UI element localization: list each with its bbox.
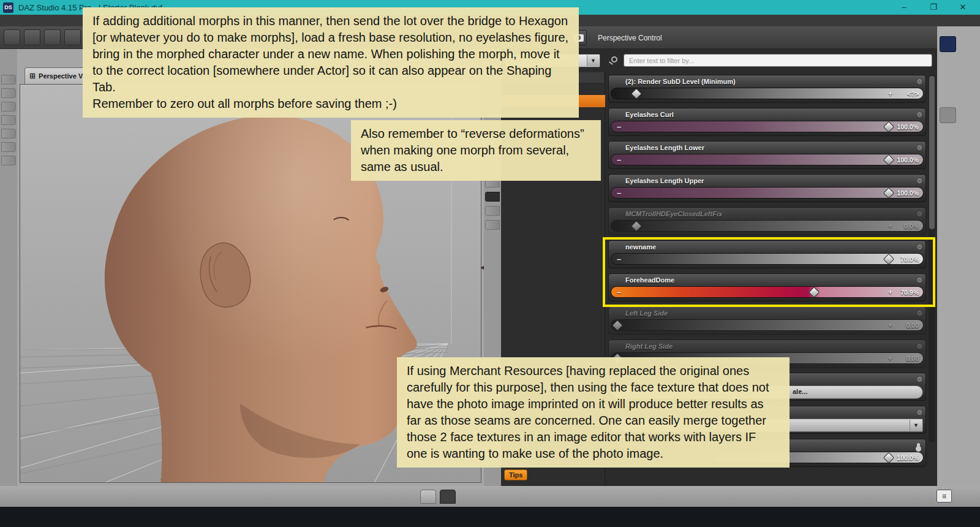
left-pane-tab[interactable]: [1, 75, 16, 85]
slider-track[interactable]: – + 0.0%: [611, 220, 924, 232]
slider-value: 100.0%: [897, 188, 919, 199]
slider-handle[interactable]: [883, 187, 894, 198]
grid-view-icon: ⊞: [29, 72, 36, 80]
slider-value: 0.00: [907, 320, 919, 332]
slider-minus[interactable]: –: [617, 188, 621, 199]
slider-handle[interactable]: [883, 121, 894, 132]
slider-value: 70.0%: [900, 254, 919, 265]
aim-target-icon[interactable]: [940, 128, 956, 144]
parameter-slider-row: (2): Render SubD Level (Minimum) ⚙ – + <…: [608, 75, 926, 103]
tool-gear-icon[interactable]: [940, 149, 956, 165]
chevron-down-icon[interactable]: ▼: [910, 420, 922, 431]
slider-value: 100.0%: [897, 121, 919, 133]
slider-plus[interactable]: +: [888, 320, 892, 331]
gear-icon[interactable]: ⚙: [916, 309, 922, 317]
slider-handle[interactable]: [612, 319, 623, 330]
world-globe-icon[interactable]: [940, 232, 956, 248]
slider-track[interactable]: – + 0.00: [611, 319, 924, 331]
slider-label: (2): Render SubD Level (Minimum): [625, 78, 916, 85]
history-icon[interactable]: [940, 274, 956, 290]
left-pane-tab[interactable]: [1, 129, 16, 138]
pane-options-icon[interactable]: ≡: [937, 490, 952, 502]
slider-label: newname: [625, 243, 916, 251]
slider-minus[interactable]: –: [617, 254, 621, 265]
slider-handle[interactable]: [883, 154, 894, 165]
parameter-slider-row: newname ⚙ – + 70.0%: [608, 240, 926, 268]
slider-plus[interactable]: +: [888, 353, 892, 364]
left-pane-tab[interactable]: [1, 156, 16, 165]
slider-track[interactable]: – + 100.0%: [611, 187, 924, 199]
slider-track[interactable]: – + 100.0%: [611, 121, 924, 132]
slider-minus[interactable]: –: [617, 287, 621, 298]
slider-track[interactable]: – + 70.0%: [611, 253, 924, 265]
rotate-tool-icon[interactable]: [24, 29, 40, 45]
filter-input[interactable]: [624, 54, 932, 67]
slider-minus[interactable]: –: [617, 154, 621, 165]
slider-value: 100.0%: [897, 452, 919, 464]
slider-track[interactable]: – + <?>: [611, 88, 924, 99]
slider-handle[interactable]: [883, 452, 894, 463]
gear-icon[interactable]: ⚙: [916, 210, 922, 218]
surface-selection-icon[interactable]: [940, 191, 956, 207]
node-selection-tool-icon[interactable]: [4, 29, 20, 45]
bottom-dock-tab[interactable]: [440, 490, 456, 504]
left-pane-tab[interactable]: [1, 142, 16, 152]
slider-track[interactable]: – + 100.0%: [611, 154, 924, 165]
ds-logo[interactable]: [940, 36, 956, 52]
search-icon: [611, 56, 617, 63]
close-button[interactable]: ✕: [948, 0, 978, 15]
parameter-slider-row: MCMTrollHDEyeClosedLeftFix ⚙ – + 0.0%: [608, 207, 926, 235]
scene-outline-icon[interactable]: [940, 107, 956, 123]
slider-minus[interactable]: –: [617, 121, 621, 132]
parameter-slider-row: Eyelashes Curl ⚙ – + 100.0%: [608, 108, 926, 136]
gear-icon[interactable]: ⚙: [916, 408, 922, 417]
gear-icon[interactable]: ⚙: [916, 375, 922, 384]
slider-handle[interactable]: [631, 88, 642, 99]
gear-icon[interactable]: ⚙: [916, 176, 922, 185]
slider-handle[interactable]: [883, 253, 894, 264]
slider-label: Eyelashes Length Upper: [625, 177, 916, 184]
geometry-editor-icon[interactable]: [940, 170, 956, 186]
annotation-note-middle: Also remember to “reverse deformations” …: [351, 120, 601, 181]
covered-button-label: ale...: [793, 388, 807, 395]
scene-navigation-tool-icon[interactable]: [64, 29, 81, 45]
window-controls: – ❐ ✕: [889, 0, 978, 15]
slider-handle[interactable]: [809, 286, 820, 297]
left-pane-tab[interactable]: [1, 115, 16, 125]
bottom-dock-bar: ≡: [0, 486, 980, 507]
activity-bar: [937, 26, 980, 486]
slider-value: <?>: [907, 88, 919, 100]
figure-setup-icon[interactable]: [940, 211, 956, 227]
minimize-button[interactable]: –: [889, 0, 919, 15]
whats-this-help-icon[interactable]: [940, 66, 956, 82]
gear-icon[interactable]: ⚙: [916, 243, 922, 251]
slider-value: 0.00: [907, 353, 919, 365]
slider-plus[interactable]: +: [888, 88, 892, 99]
left-pane-tab[interactable]: [1, 102, 16, 112]
tips-button[interactable]: Tips: [504, 469, 527, 480]
right-pane-tab[interactable]: [485, 220, 500, 230]
slider-plus[interactable]: +: [888, 221, 892, 232]
gear-icon[interactable]: ⚙: [916, 143, 922, 152]
grid-pane-icon[interactable]: [940, 253, 956, 269]
gear-icon[interactable]: ⚙: [916, 77, 922, 86]
universal-tool-icon[interactable]: [44, 29, 61, 45]
thermometer-icon[interactable]: [917, 443, 920, 450]
bottom-dock-tab[interactable]: [420, 490, 436, 504]
right-pane-tab[interactable]: [485, 206, 500, 216]
slider-plus[interactable]: +: [888, 287, 892, 298]
right-pane-tab[interactable]: [485, 192, 500, 202]
slider-track[interactable]: – + 70.9%: [611, 286, 924, 298]
gear-icon[interactable]: ⚙: [916, 342, 922, 351]
gear-icon[interactable]: ⚙: [916, 276, 922, 284]
scrollbar-thumb[interactable]: [929, 76, 935, 229]
annotation-note-bottom: If using Merchant Resources [having repl…: [397, 357, 790, 468]
gear-icon[interactable]: ⚙: [916, 110, 922, 119]
slider-handle[interactable]: [631, 220, 642, 231]
left-pane-tab[interactable]: [1, 88, 16, 98]
help-icon[interactable]: [940, 86, 956, 102]
scrollbar[interactable]: [929, 75, 935, 442]
maximize-button[interactable]: ❐: [919, 0, 948, 15]
daz-studio-window: DS DAZ Studio 4.15 Pro - I Starter Blank…: [0, 0, 980, 527]
chevron-down-icon[interactable]: ▼: [587, 55, 599, 66]
